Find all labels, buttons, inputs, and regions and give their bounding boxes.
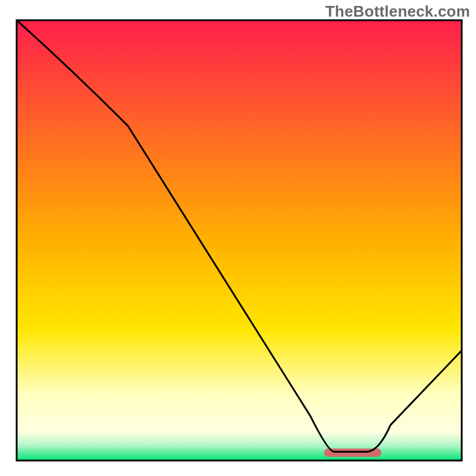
bottleneck-chart <box>0 0 476 476</box>
chart-stage: TheBottleneck.com <box>0 0 476 476</box>
gradient-background <box>17 20 462 461</box>
watermark: TheBottleneck.com <box>325 2 470 21</box>
